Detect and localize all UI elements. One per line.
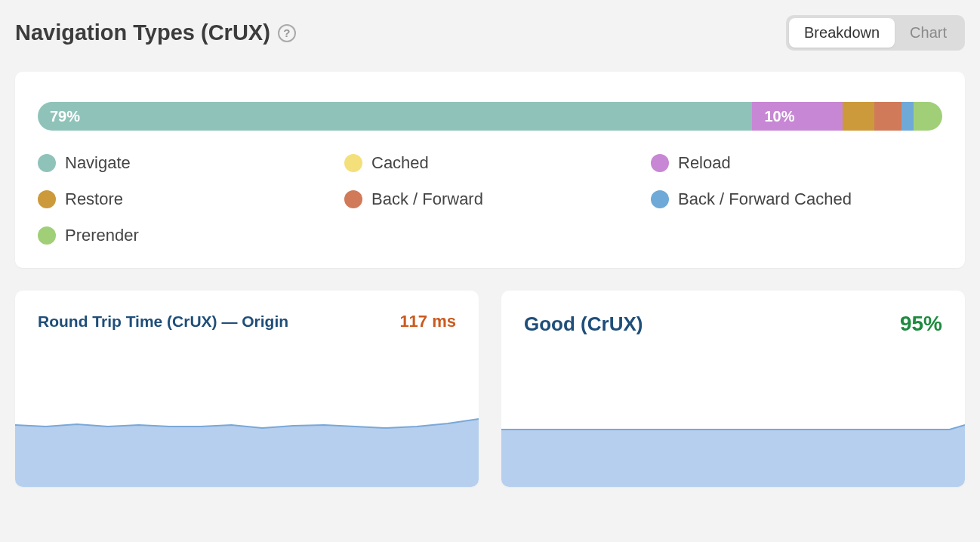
- breakdown-tab[interactable]: Breakdown: [789, 18, 895, 48]
- bar-segment-prerender[interactable]: [914, 102, 942, 131]
- legend-label: Prerender: [65, 226, 139, 245]
- good-card[interactable]: Good (CrUX) 95%: [501, 291, 965, 487]
- good-title: Good (CrUX): [524, 313, 643, 336]
- bar-segment-restore[interactable]: [843, 102, 874, 131]
- chart-tab[interactable]: Chart: [895, 18, 962, 48]
- bar-segment-label: 10%: [764, 108, 794, 125]
- rtt-value: 117 ms: [399, 312, 456, 331]
- section-title: Navigation Types (CrUX): [15, 20, 270, 45]
- legend-item-back_forward_cached[interactable]: Back / Forward Cached: [651, 189, 942, 209]
- legend-label: Back / Forward Cached: [678, 189, 852, 209]
- navigation-stacked-bar: 79%10%: [38, 102, 942, 131]
- rtt-card[interactable]: Round Trip Time (CrUX) — Origin 117 ms: [15, 291, 479, 487]
- legend-dot-icon: [651, 154, 669, 172]
- legend-dot-icon: [38, 154, 56, 172]
- legend-item-reload[interactable]: Reload: [651, 153, 942, 173]
- bar-segment-navigate[interactable]: 79%: [38, 102, 752, 131]
- title-wrap: Navigation Types (CrUX) ?: [15, 20, 296, 45]
- good-header: Good (CrUX) 95%: [501, 291, 965, 336]
- navigation-legend: NavigateCachedReloadRestoreBack / Forwar…: [38, 153, 942, 245]
- legend-dot-icon: [651, 190, 669, 208]
- legend-item-restore[interactable]: Restore: [38, 189, 329, 209]
- legend-label: Navigate: [65, 153, 131, 173]
- legend-item-cached[interactable]: Cached: [344, 153, 636, 173]
- legend-dot-icon: [38, 190, 56, 208]
- good-value: 95%: [900, 312, 942, 336]
- bar-segment-back_forward[interactable]: [874, 102, 901, 131]
- navigation-types-card: 79%10% NavigateCachedReloadRestoreBack /…: [15, 72, 965, 268]
- rtt-sparkline: [15, 396, 479, 487]
- legend-item-navigate[interactable]: Navigate: [38, 153, 329, 173]
- legend-label: Back / Forward: [371, 189, 483, 209]
- view-toggle: Breakdown Chart: [786, 15, 965, 51]
- legend-dot-icon: [344, 154, 362, 172]
- section-header: Navigation Types (CrUX) ? Breakdown Char…: [15, 15, 965, 51]
- help-icon[interactable]: ?: [278, 24, 296, 42]
- legend-item-prerender[interactable]: Prerender: [38, 226, 329, 245]
- legend-label: Reload: [678, 153, 731, 173]
- bar-segment-label: 79%: [50, 108, 80, 125]
- legend-dot-icon: [344, 190, 362, 208]
- bar-segment-back_forward_cached[interactable]: [901, 102, 914, 131]
- legend-dot-icon: [38, 226, 56, 245]
- good-sparkline: [501, 396, 965, 487]
- legend-item-back_forward[interactable]: Back / Forward: [344, 189, 636, 209]
- rtt-header: Round Trip Time (CrUX) — Origin 117 ms: [15, 291, 479, 331]
- legend-label: Restore: [65, 189, 123, 209]
- rtt-title: Round Trip Time (CrUX) — Origin: [38, 313, 288, 331]
- metrics-row: Round Trip Time (CrUX) — Origin 117 ms G…: [15, 291, 965, 487]
- legend-label: Cached: [371, 153, 429, 173]
- bar-segment-reload[interactable]: 10%: [752, 102, 843, 131]
